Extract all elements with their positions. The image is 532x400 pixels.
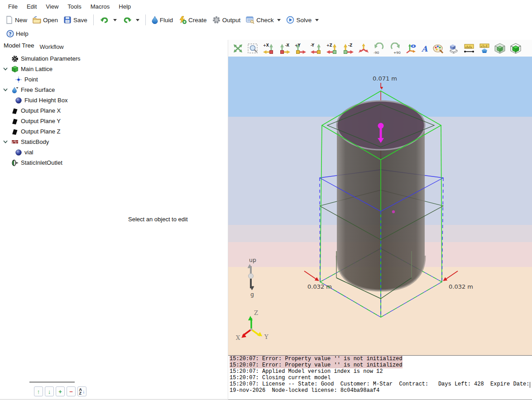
chevron-down-icon[interactable] <box>3 66 8 73</box>
sphere-icon <box>15 149 22 156</box>
log-console[interactable]: 15:20:07: Error: Property value '' is no… <box>228 355 532 400</box>
undo-button[interactable] <box>97 14 112 25</box>
output-button[interactable]: Output <box>210 14 244 25</box>
chevron-down-icon[interactable] <box>3 139 8 146</box>
move-up-button[interactable]: ↑ <box>34 386 43 396</box>
menu-file[interactable]: File <box>4 3 22 10</box>
create-button[interactable]: Create <box>176 14 210 25</box>
chevron-down-icon[interactable] <box>3 87 8 94</box>
tree-item-simulation-parameters[interactable]: Simulation Parameters <box>0 53 217 64</box>
empty-state-text: Select an object to edit <box>128 216 188 223</box>
save-button[interactable]: Save <box>61 14 90 25</box>
tree-item-output-plane-y[interactable]: Output Plane Y <box>0 116 217 126</box>
tree-item-output-plane-z[interactable]: Output Plane Z <box>0 126 217 137</box>
fit-view-icon[interactable] <box>232 43 244 54</box>
tree-item-staticbody[interactable]: StaticBody <box>0 137 217 147</box>
undo-icon <box>100 16 110 24</box>
help-button[interactable]: ? Help <box>4 29 31 39</box>
toolbar-separator <box>93 14 94 25</box>
view-minus-y-icon[interactable]: -Y <box>310 43 322 54</box>
rotate-ccw-90-icon[interactable]: -90 <box>373 43 385 54</box>
measure-distance-icon[interactable] <box>463 43 475 54</box>
solve-play-icon <box>286 16 294 24</box>
menu-view[interactable]: View <box>41 3 63 10</box>
add-button[interactable]: + <box>56 386 65 396</box>
check-button[interactable]: Check <box>243 14 276 25</box>
output-gear-icon <box>212 16 220 24</box>
remove-button[interactable]: − <box>67 386 76 396</box>
bricks-icon <box>11 138 19 146</box>
tree-item-fluid-height-box[interactable]: Fluid Height Box <box>0 95 217 105</box>
orientation-axes-icon[interactable] <box>405 43 417 54</box>
log-line: 15:20:07: Error: Property value '' is no… <box>230 362 532 369</box>
svg-text:+90: +90 <box>393 51 401 54</box>
redo-button[interactable] <box>120 14 135 25</box>
measure-size-icon[interactable] <box>479 43 490 54</box>
redo-icon <box>122 16 132 24</box>
menu-tools[interactable]: Tools <box>63 3 86 10</box>
menu-help[interactable]: Help <box>114 3 135 10</box>
lattice-wire-icon[interactable] <box>494 43 506 54</box>
svg-text:Z: Z <box>254 310 258 316</box>
tree-action-buttons: ↑ ↓ + − AZ ↓ <box>34 386 86 396</box>
svg-text:X: X <box>236 334 240 341</box>
tree-item-vial[interactable]: vial <box>0 147 217 157</box>
view-minus-x-icon[interactable]: -X <box>278 43 291 54</box>
log-line: 15:20:07: Error: Property value '' is no… <box>230 356 532 362</box>
help-row: ? Help » <box>0 27 532 40</box>
plane-icon <box>11 118 19 125</box>
list-divider <box>29 381 75 383</box>
inlet-outlet-icon <box>11 159 19 167</box>
view-minus-z-icon[interactable]: -Z <box>342 43 354 54</box>
open-button[interactable]: Open <box>30 14 61 25</box>
droplet-icon <box>11 86 19 94</box>
viewport-panel: +X -X +Y -Y +Z -Z -90 +90 A <box>228 40 532 400</box>
zoom-region-icon[interactable] <box>247 43 259 54</box>
model-tree: Simulation Parameters Main Lattice Point… <box>0 53 217 168</box>
clip-box-icon[interactable] <box>448 43 460 54</box>
rotate-cw-90-icon[interactable]: +90 <box>389 43 401 54</box>
gear-icon <box>11 55 19 62</box>
sort-arrow-icon: ↓ <box>82 389 85 394</box>
tab-workflow[interactable]: Workflow <box>40 43 64 50</box>
new-button[interactable]: New <box>3 14 30 25</box>
tree-item-output-plane-x[interactable]: Output Plane X <box>0 105 217 116</box>
tree-item-staticinletoutlet[interactable]: StaticInletOutlet <box>0 157 217 168</box>
check-dropdown-caret[interactable] <box>277 19 281 21</box>
svg-text:g: g <box>250 291 254 298</box>
view-plus-y-icon[interactable]: +Y <box>294 43 307 54</box>
plane-icon <box>11 128 19 135</box>
sort-az-button[interactable]: AZ ↓ <box>77 386 86 396</box>
solve-dropdown-caret[interactable] <box>315 19 319 21</box>
tab-model-tree[interactable]: Model Tree <box>4 42 34 50</box>
menu-bar: File Edit View Tools Macros Help <box>0 0 532 13</box>
log-line: 15:20:07: Applied Model version index is… <box>230 369 532 375</box>
color-palette-icon[interactable] <box>432 43 444 54</box>
view-plus-z-icon[interactable]: +Z <box>326 43 338 54</box>
svg-text:?: ? <box>9 31 12 36</box>
tree-item-point[interactable]: Point <box>0 74 217 85</box>
main-toolbar: New Open Save Fluid Create Output Check … <box>0 13 532 27</box>
move-down-button[interactable]: ↓ <box>45 386 54 396</box>
redo-dropdown-caret[interactable] <box>136 19 139 21</box>
svg-text:+Z: +Z <box>326 43 332 48</box>
lattice-solid-icon[interactable] <box>510 43 522 54</box>
viewport-canvas[interactable]: 0.071 m 0.032 m 0.032 m up g <box>228 57 532 355</box>
point-icon <box>15 76 22 83</box>
fluid-button[interactable]: Fluid <box>149 14 176 25</box>
annotations-icon[interactable]: A <box>421 43 429 54</box>
svg-text:up: up <box>249 257 256 263</box>
tree-item-main-lattice[interactable]: Main Lattice <box>0 64 217 74</box>
view-plus-x-icon[interactable]: +X <box>263 43 275 54</box>
solve-button[interactable]: Solve <box>283 14 314 25</box>
svg-text:+X: +X <box>263 43 269 48</box>
tree-item-free-surface[interactable]: Free Surface <box>0 85 217 95</box>
undo-dropdown-caret[interactable] <box>113 19 117 21</box>
log-line: 15:20:07: License -- State: Good Custome… <box>230 381 532 388</box>
log-line: 15:20:07: Closing current model <box>230 375 532 381</box>
svg-text:-90: -90 <box>374 51 379 54</box>
isometric-view-icon[interactable] <box>358 43 369 54</box>
svg-text:0.032 m: 0.032 m <box>449 283 473 290</box>
menu-edit[interactable]: Edit <box>22 3 41 10</box>
menu-macros[interactable]: Macros <box>86 3 115 10</box>
